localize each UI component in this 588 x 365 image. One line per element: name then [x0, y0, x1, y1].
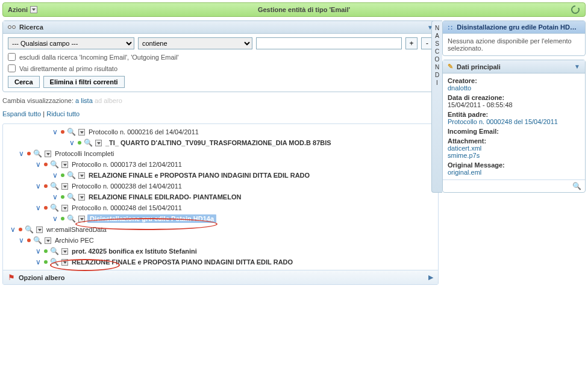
tree-twisty-icon[interactable]: ∨: [9, 225, 16, 234]
exclude-checkbox[interactable]: [8, 53, 16, 61]
tree-row[interactable]: ∨🔍Protocollo n. 0000248 del 15/04/2011: [3, 202, 438, 213]
tree-twisty-icon[interactable]: ∨: [34, 247, 42, 255]
magnifier-icon[interactable]: 🔍: [50, 247, 59, 255]
tree-row-label[interactable]: wr:emailSharedData: [45, 225, 108, 234]
clear-filters-button[interactable]: Elimina i filtri correnti: [43, 76, 125, 88]
tree-row[interactable]: ∨🔍Protocollo n. 0000216 del 14/04/2011: [3, 126, 438, 137]
row-menu-icon[interactable]: [61, 205, 68, 211]
tree-twisty-icon[interactable]: ∨: [51, 171, 58, 179]
creator-link[interactable]: dnalotto: [448, 84, 471, 92]
search-button[interactable]: Cerca: [8, 76, 40, 88]
magnifier-icon[interactable]: 🔍: [33, 149, 42, 158]
magnifier-icon[interactable]: 🔍: [67, 128, 76, 136]
magnifier-icon[interactable]: 🔍: [25, 225, 34, 234]
tree-row[interactable]: ∨🔍RELAZIONE FINALE EDILRADO- PIANTAMELON: [3, 192, 438, 202]
selected-item-panel: :: Disinstallazione gru edile Potain HD1…: [442, 20, 586, 56]
tree-row-label[interactable]: Disinstallazione gru edile Potain HD14a: [87, 214, 216, 223]
hide-letter: N: [435, 64, 439, 70]
operator-select[interactable]: contiene: [138, 37, 252, 49]
row-menu-icon[interactable]: [45, 237, 51, 244]
tree-twisty-icon[interactable]: ∨: [51, 128, 58, 136]
tree-row[interactable]: ∨🔍_TI_ QUARTO D'ALTINO_TV09U_TRASFORMAZI…: [3, 137, 438, 148]
row-menu-icon[interactable]: [78, 194, 85, 201]
selected-item-header[interactable]: :: Disinstallazione gru edile Potain HD1…: [443, 21, 585, 34]
tree-row-label[interactable]: RELAZIONE FINALE e PROPOSTA PIANO INDAGI…: [70, 258, 294, 266]
tree-row[interactable]: ∨🔍Protocollo n. 0000238 del 14/04/2011: [3, 181, 438, 192]
tree-row[interactable]: ∨🔍Protocollo n. 0000173 del 12/04/2011: [3, 159, 438, 170]
tree-row-label[interactable]: Protocollo n. 0000216 del 14/04/2011: [87, 128, 200, 136]
tree-row[interactable]: ∨🔍Protocolli Incompleti: [3, 148, 438, 159]
tree-row[interactable]: ∨🔍Disinstallazione gru edile Potain HD14…: [3, 213, 438, 224]
refresh-icon[interactable]: [571, 5, 580, 14]
attachment-link-2[interactable]: smime.p7s: [448, 152, 480, 159]
tree-twisty-icon[interactable]: ∨: [68, 139, 75, 147]
magnifier-icon[interactable]: 🔍: [67, 193, 76, 201]
red-bullet-icon: [44, 163, 48, 166]
tree-row[interactable]: ∨🔍prot. 42025 bonifica ex Istituto Stefa…: [3, 246, 438, 257]
tree-twisty-icon[interactable]: ∨: [17, 236, 25, 245]
magnifier-icon[interactable]: 🔍: [50, 258, 59, 266]
goto-first-checkbox-row[interactable]: Vai direttamente al primo risultato: [8, 64, 433, 72]
magnifier-icon[interactable]: 🔍: [50, 204, 59, 212]
tree-row-label[interactable]: Archivio PEC: [54, 236, 95, 245]
tree-row-label[interactable]: Protocollo n. 0000248 del 15/04/2011: [70, 204, 183, 212]
tree-twisty-icon[interactable]: ∨: [51, 193, 58, 201]
magnifier-icon[interactable]: 🔍: [67, 171, 76, 179]
row-menu-icon[interactable]: [61, 248, 68, 255]
magnifier-icon[interactable]: 🔍: [50, 182, 59, 190]
goto-first-checkbox[interactable]: [8, 64, 16, 72]
tree-row[interactable]: ∨🔍Archivio PEC: [3, 235, 438, 246]
field-select[interactable]: --- Qualsiasi campo ---: [8, 37, 134, 49]
row-menu-icon[interactable]: [61, 259, 68, 266]
magnifier-icon[interactable]: 🔍: [572, 182, 581, 190]
expand-collapse-links: Espandi tutto | Riduci tutto: [2, 110, 439, 120]
chevron-down-icon[interactable]: ▼: [574, 63, 580, 70]
parent-entity-link[interactable]: Protocollo n. 0000248 del 15/04/2011: [448, 118, 558, 125]
row-menu-icon[interactable]: [78, 216, 85, 222]
tree-twisty-icon[interactable]: ∨: [34, 160, 42, 169]
tree-row-label[interactable]: Protocollo n. 0000238 del 14/04/2011: [70, 182, 183, 190]
magnifier-icon[interactable]: 🔍: [33, 236, 42, 245]
tree-container: ∨🔍Protocollo n. 0000216 del 14/04/2011∨🔍…: [2, 123, 439, 285]
add-criteria-button[interactable]: +: [405, 37, 418, 49]
tree-scroll[interactable]: ∨🔍Protocollo n. 0000216 del 14/04/2011∨🔍…: [3, 124, 438, 270]
hide-tab[interactable]: N A S C O N D I: [431, 20, 442, 193]
tree-row[interactable]: ∨🔍RELAZIONE FINALE e PROPOSTA PIANO INDA…: [3, 257, 438, 267]
original-message-link[interactable]: original.eml: [448, 169, 481, 176]
row-menu-icon[interactable]: [61, 161, 68, 168]
tree-footer: ⚑ Opzioni albero ▶: [3, 270, 438, 284]
tree-row-label[interactable]: _TI_ QUARTO D'ALTINO_TV09U_TRASFORMAZION…: [104, 139, 333, 147]
tree-twisty-icon[interactable]: ∨: [34, 204, 42, 212]
tree-row-label[interactable]: RELAZIONE FINALE EDILRADO- PIANTAMELON: [87, 193, 242, 201]
search-value-input[interactable]: [256, 37, 402, 49]
tree-row[interactable]: ∨🔍RELAZIONE FINALE e PROPOSTA PIANO INDA…: [3, 170, 438, 181]
magnifier-icon[interactable]: 🔍: [50, 160, 59, 169]
goto-first-label: Vai direttamente al primo risultato: [19, 65, 117, 72]
tree-twisty-icon[interactable]: ∨: [34, 258, 42, 266]
attachment-link-1[interactable]: daticert.xml: [448, 145, 481, 152]
magnifier-icon[interactable]: 🔍: [84, 139, 93, 147]
tree-row-label[interactable]: Protocolli Incompleti: [54, 149, 115, 158]
exclude-checkbox-row[interactable]: escludi dalla ricerca 'Incoming Email', …: [8, 53, 433, 61]
search-header[interactable]: Ricerca ▼: [3, 21, 438, 34]
tree-row-label[interactable]: Protocollo n. 0000173 del 12/04/2011: [70, 160, 183, 169]
view-list-link[interactable]: a lista: [75, 97, 93, 104]
row-menu-icon[interactable]: [61, 183, 68, 190]
play-icon[interactable]: ▶: [428, 273, 433, 281]
tree-row-label[interactable]: RELAZIONE FINALE e PROPOSTA PIANO INDAGI…: [87, 171, 311, 179]
row-menu-icon[interactable]: [78, 129, 85, 136]
tree-row-label[interactable]: prot. 42025 bonifica ex Istituto Stefani…: [70, 247, 198, 255]
tree-twisty-icon[interactable]: ∨: [34, 182, 42, 190]
collapse-all-link[interactable]: Riduci tutto: [46, 110, 80, 117]
tree-twisty-icon[interactable]: ∨: [17, 149, 25, 158]
expand-all-link[interactable]: Espandi tutto: [2, 110, 41, 117]
row-menu-icon[interactable]: [36, 226, 43, 233]
main-data-header[interactable]: ✎ Dati principali ▼: [443, 60, 585, 73]
row-menu-icon[interactable]: [95, 140, 102, 146]
magnifier-icon[interactable]: 🔍: [67, 214, 76, 223]
actions-menu[interactable]: Azioni: [8, 6, 37, 13]
row-menu-icon[interactable]: [78, 172, 85, 179]
row-menu-icon[interactable]: [45, 151, 51, 157]
tree-row[interactable]: ∨🔍wr:emailSharedData: [3, 224, 438, 235]
tree-twisty-icon[interactable]: ∨: [51, 214, 58, 223]
